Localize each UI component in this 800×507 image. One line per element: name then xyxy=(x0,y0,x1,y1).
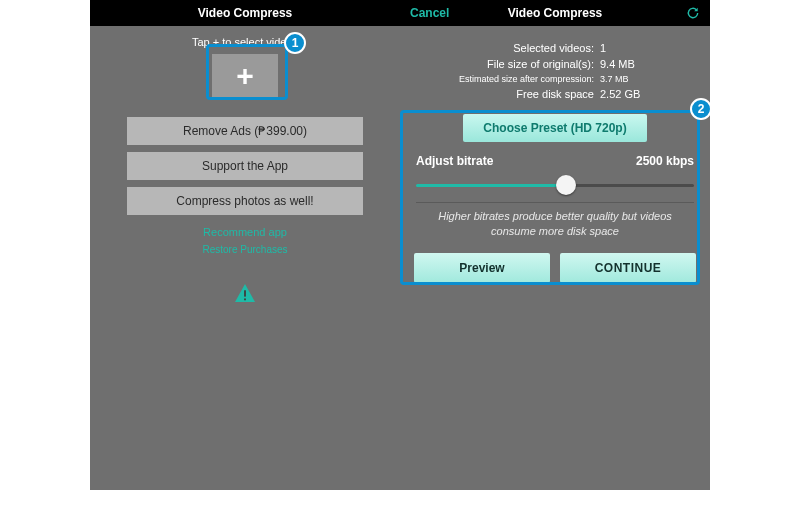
stat-value: 1 xyxy=(600,40,606,56)
recommend-app-link[interactable]: Recommend app xyxy=(90,226,400,238)
header-title-left: Video Compress xyxy=(198,6,292,20)
bitrate-value: 2500 kbps xyxy=(636,154,694,168)
plus-icon: + xyxy=(236,61,254,91)
refresh-icon xyxy=(686,6,700,20)
cancel-button[interactable]: Cancel xyxy=(410,0,449,26)
stat-label: Estimated size after compression: xyxy=(400,72,600,86)
stat-value: 2.52 GB xyxy=(600,86,640,102)
stats-block: Selected videos: 1 File size of original… xyxy=(400,40,710,102)
header-right: Cancel Video Compress xyxy=(400,0,710,26)
stat-label: Free disk space xyxy=(400,86,600,102)
refresh-button[interactable] xyxy=(686,0,700,26)
slider-track-active xyxy=(416,184,566,187)
screen-right: Cancel Video Compress Selected videos: 1… xyxy=(400,0,710,490)
stat-value: 9.4 MB xyxy=(600,56,635,72)
add-video-button[interactable]: + xyxy=(212,54,278,98)
stat-estimated: Estimated size after compression: 3.7 MB xyxy=(400,72,710,86)
stat-original: File size of original(s): 9.4 MB xyxy=(400,56,710,72)
action-row: Preview CONTINUE xyxy=(400,239,710,283)
remove-ads-button[interactable]: Remove Ads (₱399.00) xyxy=(126,116,364,146)
preview-button[interactable]: Preview xyxy=(414,253,550,283)
header-left: Video Compress xyxy=(90,0,400,26)
svg-rect-0 xyxy=(244,290,246,296)
stat-freespace: Free disk space 2.52 GB xyxy=(400,86,710,102)
stat-label: Selected videos: xyxy=(400,40,600,56)
slider-track-inactive xyxy=(566,184,694,187)
bitrate-note: Higher bitrates produce better quality b… xyxy=(400,209,710,239)
app-stage: Video Compress Tap + to select videos + … xyxy=(90,0,710,490)
bitrate-row: Adjust bitrate 2500 kbps xyxy=(400,154,710,168)
bitrate-slider[interactable] xyxy=(416,174,694,198)
screen-left: Video Compress Tap + to select videos + … xyxy=(90,0,400,490)
bitrate-label: Adjust bitrate xyxy=(416,154,493,168)
svg-rect-1 xyxy=(244,298,246,300)
compress-photos-button[interactable]: Compress photos as well! xyxy=(126,186,364,216)
warning-icon xyxy=(234,283,256,303)
choose-preset-button[interactable]: Choose Preset (HD 720p) xyxy=(463,114,647,142)
slider-knob[interactable] xyxy=(556,175,576,195)
header-title-right: Video Compress xyxy=(508,6,602,20)
restore-purchases-link[interactable]: Restore Purchases xyxy=(90,244,400,255)
stat-label: File size of original(s): xyxy=(400,56,600,72)
select-hint: Tap + to select videos xyxy=(90,36,400,48)
stat-selected: Selected videos: 1 xyxy=(400,40,710,56)
stat-value: 3.7 MB xyxy=(600,72,629,86)
divider xyxy=(416,202,694,203)
continue-button[interactable]: CONTINUE xyxy=(560,253,696,283)
support-app-button[interactable]: Support the App xyxy=(126,151,364,181)
